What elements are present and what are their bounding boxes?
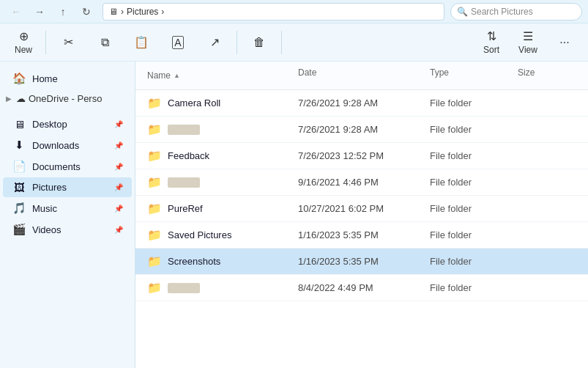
path-separator: ›: [121, 7, 124, 17]
folder-icon: 📁: [147, 96, 162, 110]
toolbar: ⊕ New ✂ ⧉ 📋 A ↗ 🗑 ⇅ Sort ☰ View ···: [0, 23, 588, 62]
sidebar-item-home[interactable]: 🏠 Home: [3, 68, 132, 89]
new-label: New: [15, 45, 32, 55]
search-bar[interactable]: 🔍 Search Pictures: [450, 3, 582, 21]
pin-icon: 📌: [114, 226, 123, 234]
file-name: 📁 Camera Roll: [147, 96, 298, 110]
sidebar-item-downloads[interactable]: ⬇ Downloads 📌: [3, 135, 132, 155]
desktop-icon: 🖥: [12, 118, 26, 130]
onedrive-icon: ☁: [16, 93, 26, 104]
col-size: Size: [518, 65, 576, 87]
table-row[interactable]: 📁 9/16/2021 4:46 PM File folder: [135, 169, 588, 196]
new-button[interactable]: ⊕ New: [6, 26, 41, 59]
sidebar-item-onedrive[interactable]: ▶ ☁ OneDrive - Perso: [0, 89, 135, 108]
pin-icon: 📌: [114, 183, 123, 191]
col-date: Date: [298, 65, 430, 87]
sidebar: 🏠 Home ▶ ☁ OneDrive - Perso 🖥 Desktop 📌 …: [0, 62, 135, 368]
up-button[interactable]: ↑: [53, 1, 73, 22]
toolbar-divider-1: [45, 31, 46, 54]
delete-icon: 🗑: [253, 36, 265, 49]
blurred-name: [168, 177, 200, 188]
address-bar[interactable]: 🖥 › Pictures ›: [103, 3, 444, 21]
pin-icon: 📌: [114, 120, 123, 128]
table-row[interactable]: 📁 Saved Pictures 1/16/2023 5:35 PM File …: [135, 222, 588, 249]
list-header: Name ▲ Date Type Size: [135, 62, 588, 90]
sidebar-item-music[interactable]: 🎵 Music 📌: [3, 198, 132, 218]
copy-icon: ⧉: [101, 36, 109, 49]
sidebar-item-label: Desktop: [32, 119, 67, 130]
home-icon: 🏠: [12, 72, 26, 85]
folder-icon: 📁: [147, 175, 162, 189]
paste-icon: 📋: [134, 35, 149, 49]
refresh-button[interactable]: ↻: [76, 1, 97, 22]
table-row[interactable]: 📁 7/26/2021 9:28 AM File folder: [135, 117, 588, 143]
documents-icon: 📄: [12, 160, 26, 173]
table-row[interactable]: 📁 Camera Roll 7/26/2021 9:28 AM File fol…: [135, 90, 588, 117]
file-name: 📁: [147, 122, 298, 136]
view-icon: ☰: [523, 29, 533, 43]
toolbar-divider-3: [281, 31, 282, 54]
pictures-icon: 🖼: [12, 181, 26, 194]
file-name: 📁 PureRef: [147, 202, 298, 216]
delete-button[interactable]: 🗑: [242, 26, 277, 59]
expand-icon: ▶: [6, 95, 12, 103]
share-icon: ↗: [210, 35, 220, 49]
paste-button[interactable]: 📋: [124, 26, 159, 59]
blurred-name: [168, 283, 200, 293]
table-row[interactable]: 📁 PureRef 10/27/2021 6:02 PM File folder: [135, 196, 588, 222]
back-button[interactable]: ←: [6, 1, 26, 22]
share-button[interactable]: ↗: [197, 26, 232, 59]
folder-icon: 📁: [147, 228, 162, 242]
pin-icon: 📌: [114, 163, 123, 171]
main-container: 🏠 Home ▶ ☁ OneDrive - Perso 🖥 Desktop 📌 …: [0, 62, 588, 368]
downloads-icon: ⬇: [12, 139, 26, 152]
toolbar-divider-2: [237, 31, 237, 54]
view-button[interactable]: ☰ View: [510, 26, 546, 59]
pin-icon: 📌: [114, 141, 123, 150]
monitor-icon: 🖥: [109, 7, 118, 17]
search-icon: 🔍: [457, 7, 468, 17]
file-name: 📁 Feedback: [147, 149, 298, 163]
sort-arrow-icon: ▲: [174, 69, 180, 82]
sort-label: Sort: [483, 45, 499, 55]
col-name: Name ▲: [147, 65, 298, 87]
sidebar-item-label: Downloads: [32, 140, 79, 151]
blurred-name: [168, 125, 200, 135]
title-bar: ← → ↑ ↻ 🖥 › Pictures › 🔍 Search Pictures: [0, 0, 588, 23]
new-icon: ⊕: [19, 29, 29, 43]
sidebar-item-pictures[interactable]: 🖼 Pictures 📌: [3, 177, 132, 197]
search-placeholder: Search Pictures: [471, 7, 533, 17]
videos-icon: 🎬: [12, 223, 26, 236]
folder-icon: 📁: [147, 202, 162, 216]
file-name: 📁 Screenshots: [147, 254, 298, 268]
table-row[interactable]: 📁 Feedback 7/26/2023 12:52 PM File folde…: [135, 143, 588, 169]
sort-button[interactable]: ⇅ Sort: [474, 26, 509, 59]
forward-button[interactable]: →: [29, 1, 50, 22]
cut-icon: ✂: [64, 35, 73, 49]
sidebar-item-label: Music: [32, 203, 57, 214]
col-type: Type: [430, 65, 518, 87]
folder-icon: 📁: [147, 281, 162, 295]
sidebar-item-label: OneDrive - Perso: [29, 93, 102, 104]
more-icon: ···: [559, 36, 569, 49]
path-label: Pictures: [127, 7, 158, 17]
table-row[interactable]: 📁 8/4/2022 4:49 PM File folder: [135, 275, 588, 301]
rename-button[interactable]: A: [160, 26, 196, 59]
rename-icon: A: [172, 36, 183, 49]
cut-button[interactable]: ✂: [51, 26, 86, 59]
copy-button[interactable]: ⧉: [87, 26, 122, 59]
more-button[interactable]: ···: [547, 26, 582, 59]
file-name: 📁: [147, 175, 298, 189]
music-icon: 🎵: [12, 202, 26, 215]
sidebar-item-videos[interactable]: 🎬 Videos 📌: [3, 219, 132, 240]
file-name: 📁 Saved Pictures: [147, 228, 298, 242]
content-area: Name ▲ Date Type Size 📁 Camera Roll 7/26…: [135, 62, 588, 368]
path-end-separator: ›: [161, 7, 164, 17]
sidebar-item-documents[interactable]: 📄 Documents 📌: [3, 156, 132, 177]
sort-icon: ⇅: [487, 29, 496, 43]
sidebar-item-desktop[interactable]: 🖥 Desktop 📌: [3, 114, 132, 134]
sidebar-item-label: Videos: [32, 224, 62, 235]
sidebar-item-label: Pictures: [32, 182, 67, 193]
table-row[interactable]: 📁 Screenshots 1/16/2023 5:35 PM File fol…: [135, 249, 588, 275]
pin-icon: 📌: [114, 205, 123, 213]
